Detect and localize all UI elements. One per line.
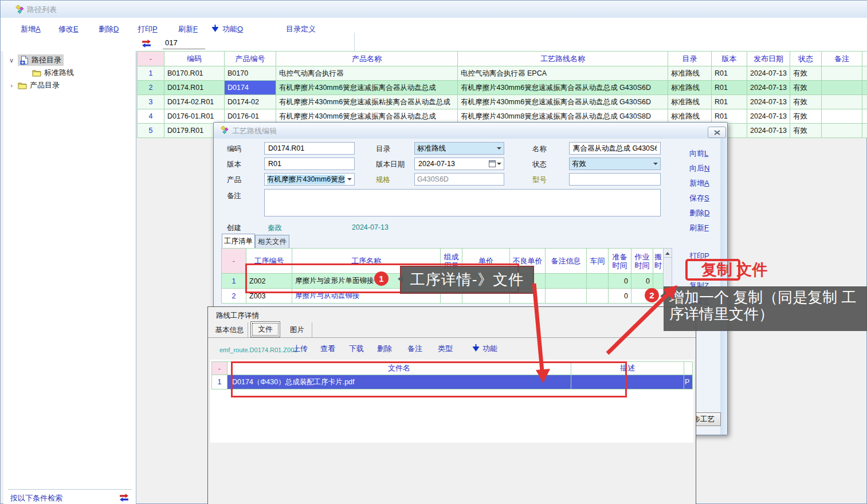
- label-catalog: 目录: [376, 144, 390, 154]
- col-header-code: 编码: [164, 52, 225, 66]
- search-condition-label[interactable]: 按以下条件检索: [10, 493, 62, 503]
- label-version-date: 版本日期: [376, 160, 405, 170]
- side-add-button[interactable]: 新增A: [689, 178, 709, 188]
- tree-node-label: 路径目录: [32, 55, 61, 65]
- side-refresh-button[interactable]: 刷新F: [689, 223, 709, 233]
- name-field[interactable]: [569, 142, 661, 155]
- status-select[interactable]: 有效: [569, 158, 661, 170]
- route-table-header-row: - 编码 产品编号 产品名称 工艺路线名称 目录 版本 发布日期 状态 备注: [138, 52, 867, 66]
- toolbar-catalog-define-button[interactable]: 目录定义: [286, 24, 316, 34]
- main-toolbar: 新增A 修改E 删除D 打印P 刷新F 功能O 目录定义: [1, 18, 867, 51]
- col-header-catalog: 目录: [668, 52, 712, 66]
- tab-process-list[interactable]: 工序清单: [222, 234, 255, 248]
- tree-node-product-catalog[interactable]: › 产品目录: [8, 80, 60, 91]
- file-type-button[interactable]: 类型: [438, 344, 453, 354]
- name-input[interactable]: [572, 144, 658, 153]
- file-view-button[interactable]: 查看: [320, 344, 335, 354]
- route-row-4[interactable]: 4D0176-01.R01D0176-01有机摩擦片430mm6簧怠速减振离合器…: [138, 109, 867, 124]
- file-remark-button[interactable]: 备注: [407, 344, 422, 354]
- swap-filter-icon[interactable]: [142, 40, 151, 48]
- col-header-release-date: 发布日期: [747, 52, 790, 66]
- col-header-remark: 备注: [822, 52, 862, 66]
- catalog-select[interactable]: 标准路线: [414, 142, 504, 155]
- main-titlebar: 路径列表: [1, 1, 867, 18]
- chevron-right-icon[interactable]: ›: [8, 82, 15, 89]
- toolbar-delete-button[interactable]: 删除D: [99, 24, 119, 34]
- route-catalog-icon: [20, 56, 29, 65]
- tab-underline: [208, 337, 696, 338]
- file-download-button[interactable]: 下载: [349, 344, 364, 354]
- chevron-down-icon[interactable]: ∨: [8, 57, 15, 64]
- tree-node-label: 标准路线: [44, 68, 74, 78]
- tab-related-files[interactable]: 相关文件: [255, 235, 289, 248]
- edit-dialog-titlebar: 工艺路线编辑: [214, 123, 727, 139]
- annotation-callout-copy: 增加一个 复制（同是复制 工序详情里文件）: [664, 286, 867, 331]
- label-spec: 规格: [376, 175, 390, 185]
- chevron-down-icon[interactable]: [347, 178, 352, 183]
- route-ref-text: emf_route.D0174.R01.Z002: [219, 346, 297, 353]
- model-field[interactable]: [569, 173, 661, 186]
- side-next-button[interactable]: 向后N: [689, 163, 709, 174]
- version-date-input[interactable]: [417, 159, 489, 168]
- file-type-cell[interactable]: P: [684, 375, 693, 389]
- route-row-1[interactable]: 1B0170.R01B0170电控气动离合执行器电控气动离合执行器 EPCA标准…: [138, 66, 867, 81]
- side-delete-button[interactable]: 删除D: [689, 208, 709, 218]
- tab-files[interactable]: 文件: [250, 321, 280, 337]
- toolbar-add-button[interactable]: 新增A: [21, 24, 41, 34]
- chevron-down-icon[interactable]: [653, 163, 658, 167]
- code-field[interactable]: [264, 142, 355, 155]
- label-code: 编码: [227, 144, 241, 154]
- panel-divider: [8, 489, 132, 490]
- label-status: 状态: [532, 160, 547, 170]
- filter-input[interactable]: [164, 38, 206, 48]
- side-prev-button[interactable]: 向前L: [689, 148, 708, 159]
- label-product: 产品: [227, 175, 241, 185]
- selected-cell[interactable]: D0174: [225, 81, 276, 95]
- tree-node-route-catalog[interactable]: ∨ 路径目录: [8, 54, 64, 66]
- app-icon: [15, 5, 25, 14]
- chevron-down-icon[interactable]: [497, 147, 501, 152]
- calendar-icon[interactable]: [489, 160, 501, 167]
- product-select[interactable]: 有机摩擦片430mm6簧怠: [264, 173, 355, 186]
- version-field[interactable]: [264, 158, 355, 170]
- col-header-route-name: 工艺路线名称: [458, 52, 668, 66]
- detail-dialog-title: 路线工序详情: [216, 311, 259, 321]
- toolbar-function-button[interactable]: 功能O: [222, 24, 243, 34]
- file-function-button[interactable]: 功能: [482, 344, 497, 354]
- side-save-button[interactable]: 保存S: [689, 193, 709, 203]
- annotation-callout-file: 工序详情-》文件: [400, 266, 534, 294]
- swap-search-icon[interactable]: [119, 494, 129, 502]
- col-header-clipped: [684, 362, 693, 375]
- window-title: 路径列表: [27, 5, 57, 15]
- remark-textarea[interactable]: [264, 189, 661, 216]
- folder-icon: [32, 69, 41, 77]
- process-detail-dialog: 路线工序详情 基本信息 文件 图片 emf_route.D0174.R01.Z0…: [207, 306, 696, 504]
- route-row-3[interactable]: 3D0174-02.R01D0174-02有机摩擦片430mm6簧怠速减振粘接离…: [138, 95, 867, 109]
- label-name: 名称: [532, 144, 547, 154]
- code-input[interactable]: [267, 144, 352, 153]
- version-input[interactable]: [267, 159, 352, 168]
- toolbar-print-button[interactable]: 打印P: [138, 24, 158, 34]
- col-header-product-no: 产品编号: [225, 52, 276, 66]
- screen: { "win": { "title": "路径列表", "menu": ["新增…: [0, 0, 867, 504]
- tree-node-standard-route[interactable]: 标准路线: [32, 67, 74, 78]
- annotation-badge-2: 2: [645, 288, 659, 302]
- annotation-copy-label: 复制 文件: [701, 259, 768, 280]
- file-delete-button[interactable]: 删除: [377, 344, 392, 354]
- create-date-value: 2024-07-13: [352, 223, 389, 231]
- col-header-dash: -: [138, 52, 164, 66]
- tab-images[interactable]: 图片: [283, 322, 312, 337]
- toolbar-edit-button[interactable]: 修改E: [58, 24, 79, 34]
- scroll-up-icon[interactable]: [664, 249, 672, 258]
- version-date-field[interactable]: [414, 158, 504, 170]
- file-upload-button[interactable]: 上传: [293, 344, 308, 354]
- annotation-box-file-table: [231, 361, 627, 397]
- route-row-2-selected[interactable]: 2D0174.R01D0174有机摩擦片430mm6簧怠速减振离合器从动盘总成有…: [138, 81, 867, 95]
- tree-panel: ∨ 路径目录 标准路线 › 产品目录: [3, 51, 136, 504]
- col-header-clipped: [862, 52, 867, 66]
- spec-field[interactable]: G430S6D: [414, 173, 504, 186]
- col-header-version: 版本: [712, 52, 747, 66]
- close-icon[interactable]: [708, 127, 726, 138]
- toolbar-refresh-button[interactable]: 刷新F: [178, 24, 198, 34]
- tab-basic-info[interactable]: 基本信息: [211, 322, 248, 337]
